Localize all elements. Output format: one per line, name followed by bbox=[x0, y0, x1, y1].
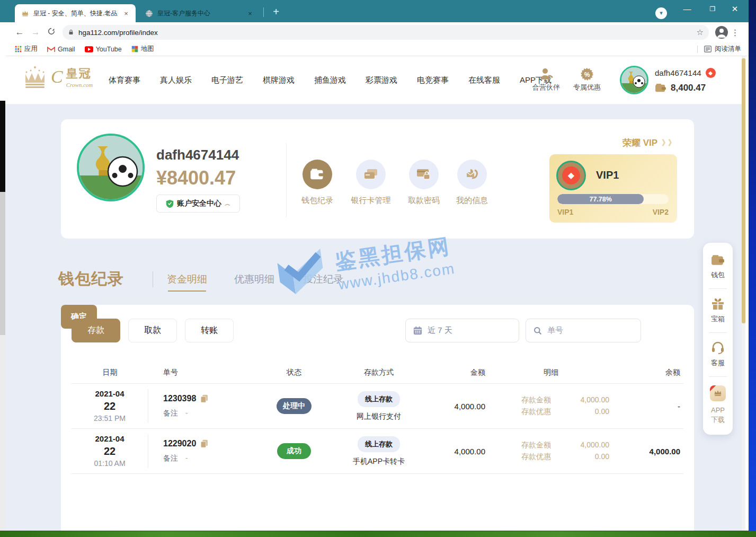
maps-icon bbox=[131, 46, 138, 52]
quicklink-bank-cards[interactable]: 银行卡管理 bbox=[344, 160, 397, 206]
titlebar-profile-button[interactable]: ▾ bbox=[655, 7, 667, 19]
order-note: 备注- bbox=[163, 409, 254, 418]
honor-vip-link[interactable]: 荣耀 VIP 》》 bbox=[622, 137, 674, 149]
gmail-icon bbox=[47, 46, 55, 52]
quicklink-label: 银行卡管理 bbox=[351, 196, 391, 206]
copy-icon[interactable] bbox=[200, 394, 208, 403]
nav-item-sports[interactable]: 体育赛事 bbox=[109, 75, 140, 85]
cell-status: 处理中 bbox=[254, 398, 334, 414]
divider bbox=[153, 271, 153, 287]
tab-bet-records[interactable]: 投注纪录 bbox=[303, 272, 343, 286]
back-icon[interactable]: ← bbox=[12, 27, 28, 38]
account-security-button[interactable]: 账户安全中心 ︿ bbox=[156, 195, 240, 213]
tab-promo-detail[interactable]: 优惠明细 bbox=[234, 272, 274, 286]
reload-icon[interactable] bbox=[43, 27, 59, 38]
header-user-row[interactable]: dafh4674144 ◆ bbox=[655, 68, 716, 78]
youtube-icon bbox=[85, 46, 93, 52]
site-logo[interactable]: C 皇冠 Crown.com bbox=[21, 65, 93, 89]
vip-progress-bar: 77.78% bbox=[557, 194, 669, 204]
tab-close-icon[interactable]: × bbox=[122, 10, 130, 17]
partner-button[interactable]: 合营伙伴 bbox=[531, 68, 562, 92]
col-status: 状态 bbox=[254, 368, 334, 377]
url-text[interactable]: hga112.com/profile/index bbox=[78, 29, 692, 37]
browser-profile-avatar[interactable] bbox=[715, 26, 728, 39]
watermark-line2: www.jhdb8.com bbox=[337, 260, 456, 293]
col-balance: 余额 bbox=[609, 368, 683, 377]
bookmark-star-icon[interactable]: ☆ bbox=[697, 28, 704, 37]
desktop-wallpaper-grass bbox=[0, 531, 756, 537]
date-range-input[interactable]: 近 7 天 bbox=[405, 319, 519, 342]
bookmark-maps[interactable]: 地图 bbox=[131, 45, 154, 54]
nav-item-live-casino[interactable]: 真人娱乐 bbox=[160, 75, 192, 85]
browser-tab-inactive[interactable]: 皇冠-客户服务中心 × bbox=[139, 4, 260, 22]
floating-sidebar: 钱包 宝箱 客服 bbox=[703, 243, 733, 435]
window-close-button[interactable]: ✕ bbox=[727, 2, 743, 16]
desktop-left-strip bbox=[0, 22, 5, 531]
filter-transfer-button[interactable]: 转账 bbox=[185, 319, 234, 342]
gift-icon bbox=[711, 297, 725, 310]
address-bar[interactable]: hga112.com/profile/index ☆ bbox=[63, 25, 709, 40]
vip-card: ◆ VIP1 77.78% VIP1 VIP2 bbox=[549, 154, 677, 223]
method-detail: 网上银行支付 bbox=[334, 412, 424, 421]
nav-item-esports[interactable]: 电竞赛事 bbox=[417, 75, 449, 85]
cell-detail: 存款金额4,000.00 存款优惠0.00 bbox=[493, 395, 609, 417]
vip-progress-label: 77.78% bbox=[589, 196, 611, 203]
section-title: 钱包纪录 bbox=[58, 268, 124, 290]
order-search-input[interactable]: 单号 bbox=[526, 319, 641, 342]
filter-withdraw-button[interactable]: 取款 bbox=[128, 319, 177, 342]
quicklink-wallet-records[interactable]: 钱包纪录 bbox=[291, 160, 344, 206]
globe-favicon-icon bbox=[145, 10, 153, 17]
main-nav: 体育赛事 真人娱乐 电子游艺 棋牌游戏 捕鱼游戏 彩票游戏 电竞赛事 在线客服 … bbox=[109, 56, 552, 104]
tab-funds-detail[interactable]: 资金明细 bbox=[167, 272, 207, 286]
bookmark-apps[interactable]: 应用 bbox=[15, 45, 38, 54]
bookmark-gmail[interactable]: Gmail bbox=[47, 46, 75, 53]
nav-item-online-service[interactable]: 在线客服 bbox=[468, 75, 500, 85]
divider bbox=[697, 46, 698, 53]
table-row[interactable]: 2021-04 22 23:51 PM 1230398 备注- 处理中 bbox=[72, 383, 683, 428]
bookmark-label: YouTube bbox=[96, 46, 122, 53]
header-balance-row[interactable]: 8,400.47 bbox=[655, 83, 706, 93]
bookmark-youtube[interactable]: YouTube bbox=[85, 46, 122, 53]
window-maximize-button[interactable]: ❐ bbox=[705, 2, 721, 16]
header-username: dafh4674144 bbox=[655, 68, 701, 77]
svg-text:%: % bbox=[584, 71, 590, 78]
cell-method: 线上存款 网上银行支付 bbox=[334, 391, 424, 421]
browser-tab-active[interactable]: 皇冠 - 安全、简单、快捷.老品牌 × bbox=[15, 4, 136, 22]
new-tab-button[interactable]: + bbox=[269, 5, 283, 19]
promo-button[interactable]: % 专属优惠 bbox=[572, 68, 602, 92]
quicklink-my-info[interactable]: 我的信息 bbox=[446, 160, 499, 206]
background-window-fragment bbox=[0, 22, 5, 101]
partner-label: 合营伙伴 bbox=[532, 83, 560, 92]
logo-text-cn: 皇冠 bbox=[66, 66, 93, 82]
nav-item-fishing[interactable]: 捕鱼游戏 bbox=[314, 75, 346, 85]
table-header-row: 日期 单号 状态 存款方式 金额 明细 余额 bbox=[72, 362, 683, 383]
sidebar-treasure-button[interactable]: 宝箱 bbox=[711, 297, 725, 324]
filter-deposit-button[interactable]: 存款 bbox=[72, 319, 120, 342]
search-placeholder: 单号 bbox=[547, 325, 563, 336]
scrollbar-thumb[interactable] bbox=[742, 58, 745, 323]
user-avatar[interactable] bbox=[620, 66, 648, 94]
honor-vip-label: 荣耀 VIP bbox=[622, 137, 657, 149]
forward-icon[interactable]: → bbox=[28, 27, 43, 38]
tab-close-icon[interactable]: × bbox=[246, 10, 254, 17]
nav-item-slots[interactable]: 电子游艺 bbox=[211, 75, 243, 85]
cell-balance: - bbox=[609, 402, 683, 411]
vip-badge-icon: ◆ bbox=[556, 161, 586, 190]
nav-item-lottery[interactable]: 彩票游戏 bbox=[366, 75, 397, 85]
sidebar-service-button[interactable]: 客服 bbox=[711, 341, 725, 368]
nav-item-board-games[interactable]: 棋牌游戏 bbox=[263, 75, 295, 85]
sidebar-wallet-button[interactable]: 钱包 bbox=[711, 254, 725, 280]
table-row[interactable]: 2021-04 22 01:10 AM 1229020 备注- 成功 bbox=[72, 428, 683, 473]
reading-list-icon bbox=[704, 46, 711, 52]
browser-menu-icon[interactable]: ⋮ bbox=[728, 28, 743, 38]
logo-text-en: Crown.com bbox=[66, 82, 93, 88]
sidebar-label: 客服 bbox=[711, 358, 725, 368]
app-icon bbox=[710, 385, 726, 401]
reading-list-button[interactable]: 阅读清单 bbox=[697, 45, 741, 54]
shield-icon bbox=[166, 199, 174, 208]
sidebar-app-download-button[interactable]: APP 下载 bbox=[710, 385, 726, 425]
copy-icon[interactable] bbox=[200, 439, 208, 448]
quicklink-withdraw-password[interactable]: 取款密码 bbox=[397, 160, 450, 206]
window-minimize-button[interactable]: — bbox=[679, 2, 695, 16]
cell-status: 成功 bbox=[254, 443, 334, 459]
